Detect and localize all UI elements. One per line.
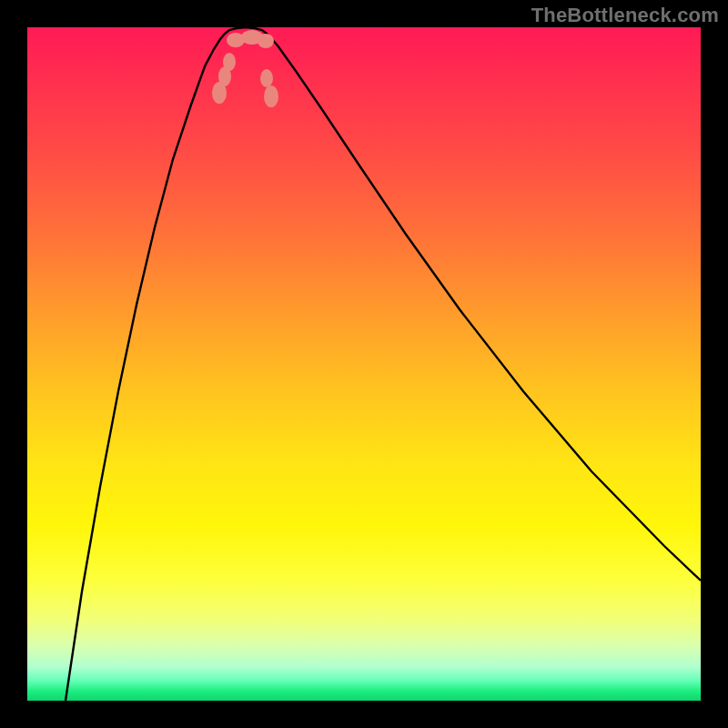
- plot-area: [27, 27, 701, 701]
- marker-bottom-right: [258, 34, 274, 48]
- marker-right-top: [264, 86, 278, 107]
- attribution-text: TheBottleneck.com: [531, 4, 719, 27]
- marker-right-mid: [260, 69, 273, 87]
- marker-left-low: [223, 53, 236, 71]
- bottleneck-curve: [66, 27, 701, 701]
- chart-frame: TheBottleneck.com: [0, 0, 728, 728]
- curve-svg: [27, 27, 701, 701]
